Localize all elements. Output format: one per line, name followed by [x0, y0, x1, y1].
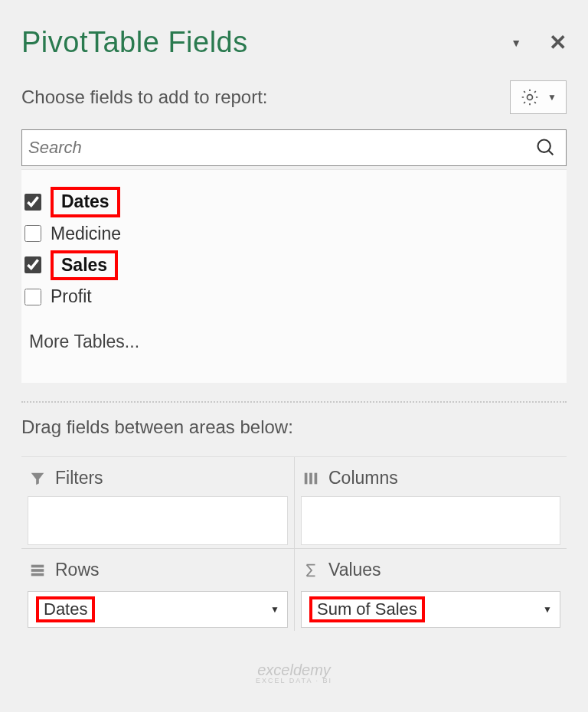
area-rows[interactable]: Rows Dates ▼	[21, 549, 294, 631]
svg-point-0	[528, 95, 533, 100]
watermark: exceldemy EXCEL DATA · BI	[256, 662, 332, 684]
field-list: Dates Medicine Sales Profit More Tables.…	[21, 169, 567, 383]
area-header-values: Values	[301, 557, 560, 588]
field-row-profit[interactable]: Profit	[24, 283, 564, 310]
areas-grid: Filters Columns Rows	[21, 456, 567, 631]
field-checkbox-dates[interactable]	[24, 194, 41, 211]
area-label: Filters	[55, 468, 103, 488]
pill-label: Dates	[44, 599, 87, 619]
field-list-settings-button[interactable]: ▼	[510, 80, 567, 114]
area-columns[interactable]: Columns	[294, 457, 567, 548]
close-icon[interactable]: ✕	[549, 30, 567, 55]
field-label: Medicine	[51, 224, 121, 244]
pivottable-fields-panel: PivotTable Fields ▼ ✕ Choose fields to a…	[0, 0, 588, 631]
gear-icon	[520, 87, 540, 107]
filter-icon	[29, 470, 46, 487]
highlight-box: Dates	[36, 596, 95, 622]
area-header-columns: Columns	[301, 465, 560, 496]
svg-rect-6	[31, 564, 44, 567]
values-field-pill[interactable]: Sum of Sales ▼	[301, 591, 560, 628]
svg-rect-4	[309, 472, 312, 484]
header-controls: ▼ ✕	[511, 30, 567, 55]
watermark-brand: exceldemy	[257, 661, 331, 678]
highlight-box: Sales	[51, 250, 118, 281]
area-header-filters: Filters	[28, 465, 288, 496]
chevron-down-icon: ▼	[547, 92, 557, 103]
more-tables-link[interactable]: More Tables...	[24, 332, 564, 352]
chevron-down-icon: ▼	[543, 604, 552, 615]
svg-rect-5	[315, 472, 318, 484]
choose-fields-label: Choose fields to add to report:	[21, 87, 268, 108]
panel-menu-dropdown[interactable]: ▼	[511, 37, 521, 49]
field-checkbox-profit[interactable]	[24, 289, 41, 305]
areas-row-2: Rows Dates ▼ Values	[21, 548, 567, 631]
drag-areas-label: Drag fields between areas below:	[21, 416, 567, 438]
search-icon	[535, 137, 557, 158]
subhead-row: Choose fields to add to report: ▼	[21, 80, 567, 114]
panel-title: PivotTable Fields	[21, 26, 248, 59]
area-values[interactable]: Values Sum of Sales ▼	[294, 549, 567, 631]
area-label: Values	[328, 560, 381, 580]
svg-line-2	[549, 151, 554, 155]
area-label: Columns	[328, 468, 398, 488]
area-filters[interactable]: Filters	[21, 457, 294, 548]
highlight-box: Dates	[51, 187, 120, 217]
search-input[interactable]	[27, 135, 535, 161]
filters-drop-zone[interactable]	[28, 496, 288, 545]
area-label: Rows	[55, 560, 100, 580]
chevron-down-icon: ▼	[270, 604, 279, 615]
field-label: Dates	[61, 191, 109, 211]
field-row-dates[interactable]: Dates	[24, 184, 564, 220]
svg-point-1	[538, 140, 550, 152]
field-row-medicine[interactable]: Medicine	[24, 220, 564, 247]
rows-icon	[29, 562, 46, 579]
section-divider	[21, 401, 567, 403]
rows-field-pill[interactable]: Dates ▼	[28, 591, 288, 628]
pill-label: Sum of Sales	[317, 599, 417, 619]
svg-rect-8	[31, 573, 44, 576]
field-label: Profit	[51, 286, 92, 307]
svg-rect-3	[305, 472, 308, 484]
panel-header: PivotTable Fields ▼ ✕	[21, 26, 567, 59]
field-label: Sales	[61, 255, 107, 275]
sigma-icon	[302, 562, 319, 579]
svg-rect-7	[31, 569, 44, 572]
area-header-rows: Rows	[28, 557, 288, 588]
columns-icon	[302, 470, 319, 487]
columns-drop-zone[interactable]	[301, 496, 560, 545]
highlight-box: Sum of Sales	[309, 596, 425, 622]
watermark-tag: EXCEL DATA · BI	[256, 678, 332, 684]
field-checkbox-sales[interactable]	[24, 256, 41, 273]
field-checkbox-medicine[interactable]	[24, 225, 41, 242]
field-row-sales[interactable]: Sales	[24, 247, 564, 284]
search-box[interactable]	[21, 129, 567, 166]
